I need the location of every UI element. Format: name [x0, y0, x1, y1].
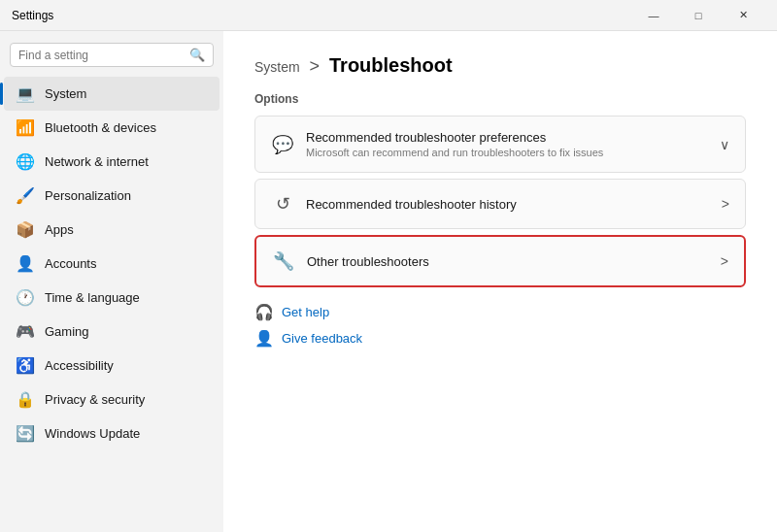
- breadcrumb-parent[interactable]: System: [254, 59, 300, 75]
- apps-icon: 📦: [16, 220, 35, 239]
- sidebar-item-network[interactable]: 🌐 Network & internet: [4, 145, 220, 179]
- app-title: Settings: [12, 9, 631, 22]
- breadcrumb: System > Troubleshoot: [254, 54, 746, 77]
- sidebar-item-update[interactable]: 🔄 Windows Update: [4, 416, 220, 450]
- system-label: System: [45, 86, 86, 101]
- recommended-prefs-icon: 💬: [271, 134, 294, 155]
- options-list: 💬 Recommended troubleshooter preferences…: [254, 116, 746, 287]
- recommended-prefs-chevron: ∨: [720, 137, 729, 152]
- titlebar: Settings — □ ✕: [0, 0, 777, 31]
- recommended-prefs-title: Recommended troubleshooter preferences: [306, 130, 603, 145]
- option-left-other-troubleshooters: 🔧 Other troubleshooters: [272, 250, 429, 272]
- search-input[interactable]: [18, 49, 184, 62]
- sidebar-item-time[interactable]: 🕐 Time & language: [4, 281, 220, 315]
- give-feedback-icon: 👤: [254, 329, 274, 348]
- recommended-history-icon: ↺: [271, 193, 294, 215]
- sidebar-item-accounts[interactable]: 👤 Accounts: [4, 247, 220, 281]
- help-link-get-help[interactable]: 🎧 Get help: [254, 303, 746, 321]
- time-icon: 🕐: [16, 288, 35, 307]
- update-icon: 🔄: [16, 424, 35, 443]
- section-label: Options: [254, 92, 746, 106]
- network-label: Network & internet: [45, 154, 149, 169]
- other-troubleshooters-title: Other troubleshooters: [307, 254, 429, 269]
- apps-label: Apps: [45, 222, 74, 237]
- privacy-label: Privacy & security: [45, 392, 145, 407]
- breadcrumb-current: Troubleshoot: [329, 54, 453, 76]
- help-link-give-feedback[interactable]: 👤 Give feedback: [254, 329, 746, 348]
- sidebar-item-privacy[interactable]: 🔒 Privacy & security: [4, 382, 220, 416]
- breadcrumb-separator: >: [310, 56, 321, 76]
- option-left-recommended-history: ↺ Recommended troubleshooter history: [271, 193, 517, 215]
- search-icon: 🔍: [189, 48, 205, 62]
- network-icon: 🌐: [16, 152, 35, 171]
- recommended-history-title: Recommended troubleshooter history: [306, 197, 517, 212]
- option-recommended-prefs[interactable]: 💬 Recommended troubleshooter preferences…: [254, 116, 746, 173]
- sidebar-item-apps[interactable]: 📦 Apps: [4, 213, 220, 247]
- recommended-prefs-subtitle: Microsoft can recommend and run troubles…: [306, 147, 603, 158]
- maximize-button[interactable]: □: [676, 0, 721, 31]
- get-help-label: Get help: [282, 305, 329, 319]
- option-left-recommended-prefs: 💬 Recommended troubleshooter preferences…: [271, 130, 603, 158]
- privacy-icon: 🔒: [16, 390, 35, 409]
- minimize-button[interactable]: —: [631, 0, 676, 31]
- update-label: Windows Update: [45, 426, 140, 441]
- nav-list: 💻 System 📶 Bluetooth & devices 🌐 Network…: [0, 77, 223, 450]
- sidebar-item-bluetooth[interactable]: 📶 Bluetooth & devices: [4, 111, 220, 145]
- close-button[interactable]: ✕: [721, 0, 765, 31]
- system-icon: 💻: [16, 84, 35, 103]
- accessibility-icon: ♿: [16, 356, 35, 375]
- other-troubleshooters-chevron: >: [721, 253, 728, 269]
- sidebar-item-personalization[interactable]: 🖌️ Personalization: [4, 179, 220, 213]
- time-label: Time & language: [45, 290, 140, 305]
- sidebar-item-gaming[interactable]: 🎮 Gaming: [4, 315, 220, 349]
- personalization-label: Personalization: [45, 188, 131, 203]
- sidebar-item-system[interactable]: 💻 System: [4, 77, 220, 111]
- accounts-label: Accounts: [45, 256, 96, 271]
- gaming-icon: 🎮: [16, 322, 35, 341]
- sidebar: 🔍 💻 System 📶 Bluetooth & devices 🌐 Netwo…: [0, 31, 223, 532]
- gaming-label: Gaming: [45, 324, 89, 339]
- help-links: 🎧 Get help 👤 Give feedback: [254, 303, 746, 348]
- search-bar[interactable]: 🔍: [10, 43, 214, 67]
- main-content: System > Troubleshoot Options 💬 Recommen…: [223, 31, 777, 532]
- other-troubleshooters-icon: 🔧: [272, 250, 295, 272]
- personalization-icon: 🖌️: [16, 186, 35, 205]
- bluetooth-icon: 📶: [16, 118, 35, 137]
- bluetooth-label: Bluetooth & devices: [45, 120, 156, 135]
- accounts-icon: 👤: [16, 254, 35, 273]
- accessibility-label: Accessibility: [45, 358, 114, 373]
- get-help-icon: 🎧: [254, 303, 274, 321]
- option-recommended-history[interactable]: ↺ Recommended troubleshooter history >: [254, 179, 746, 229]
- recommended-history-chevron: >: [722, 196, 729, 212]
- give-feedback-label: Give feedback: [282, 331, 362, 346]
- window-controls: — □ ✕: [631, 0, 765, 31]
- option-other-troubleshooters[interactable]: 🔧 Other troubleshooters >: [254, 235, 746, 287]
- sidebar-item-accessibility[interactable]: ♿ Accessibility: [4, 349, 220, 382]
